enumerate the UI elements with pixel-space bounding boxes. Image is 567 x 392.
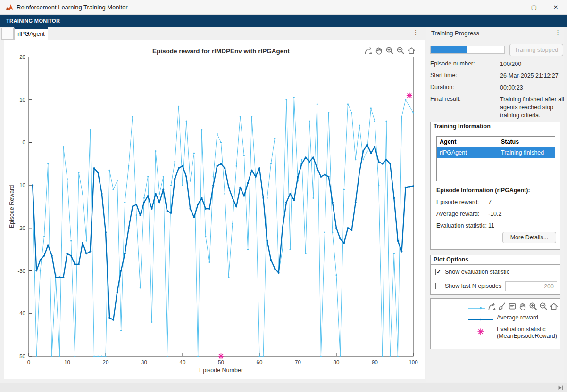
svg-text:10: 10: [19, 97, 25, 103]
svg-text:40: 40: [180, 359, 186, 365]
ribbon-tab-training-monitor[interactable]: TRAINING MONITOR: [6, 15, 60, 27]
agent-status-table: Agent Status rlPGAgent Training finished: [436, 136, 555, 181]
evaluation-statistic-legend-line1: Evaluation statistic: [497, 326, 557, 333]
training-information-group: Training Information Agent Status rlPGAg…: [430, 122, 560, 250]
duration-value: 00:00:23: [500, 84, 564, 92]
episode-information-title: Episode Information (rlPGAgent):: [436, 187, 530, 194]
evaluation-statistic-legend-line2: (MeanEpisodeReward): [497, 333, 557, 339]
episode-reward-label: Episode reward:: [436, 199, 479, 205]
status-column-header: Status: [498, 137, 555, 147]
maximize-button[interactable]: ▢: [523, 0, 545, 15]
export-icon[interactable]: [487, 302, 496, 311]
zoom-in-icon[interactable]: [385, 46, 394, 55]
svg-text:70: 70: [295, 359, 301, 365]
evaluation-statistic-label: Evaluation statistic:: [436, 222, 487, 229]
zoom-out-icon[interactable]: [539, 302, 548, 311]
brush-icon[interactable]: [497, 302, 507, 311]
expand-statusbar-icon[interactable]: [557, 384, 564, 391]
svg-text:-40: -40: [17, 310, 25, 316]
svg-text:30: 30: [141, 359, 147, 365]
close-button[interactable]: ✕: [545, 0, 567, 15]
tab-rlpgagent[interactable]: rlPGAgent: [14, 27, 48, 40]
reward-plot[interactable]: 0102030405060708090100-50-40-30-20-10010…: [4, 40, 425, 379]
toolstrip-ribbon: TRAINING MONITOR: [0, 15, 567, 27]
status-cell: Training finished: [498, 147, 555, 158]
show-evaluation-statistic-option[interactable]: ✓ Show evaluation statistic: [435, 269, 509, 275]
svg-text:-30: -30: [17, 268, 25, 274]
tab-grip-handle[interactable]: ≡: [1, 28, 14, 40]
start-time-value: 26-Mar-2025 21:12:27: [500, 72, 564, 80]
title-bar: Reinforcement Learning Training Monitor …: [0, 0, 567, 15]
evaluation-statistic-value: 11: [488, 222, 494, 229]
export-icon[interactable]: [363, 46, 373, 55]
evaluation-statistic-legend-sample: [477, 328, 484, 337]
training-progress-panel: Training Progress ⋮ Training stopped Epi…: [426, 27, 564, 382]
legend-axes-toolbar: [485, 302, 559, 311]
minimize-button[interactable]: –: [501, 0, 523, 15]
final-result-label: Final result:: [430, 96, 499, 102]
plot-options-title: Plot Options: [431, 255, 560, 265]
svg-text:20: 20: [19, 54, 25, 60]
more-details-button[interactable]: More Details...: [502, 232, 556, 243]
svg-text:0: 0: [27, 359, 30, 365]
final-result-value: Training finished after all agents reach…: [500, 96, 564, 120]
evaluation-statistic-row: Evaluation statistic: 11: [436, 222, 487, 229]
pan-icon[interactable]: [518, 302, 527, 311]
svg-text:100: 100: [409, 359, 417, 365]
evaluation-statistic-checkbox-label: Show evaluation statistic: [445, 269, 509, 275]
average-reward-row: Average reward: -10.2: [436, 211, 480, 217]
episode-number-value: 100/200: [500, 60, 564, 68]
table-row[interactable]: rlPGAgent Training finished: [437, 147, 555, 158]
chart-panel: Episode reward for rlMDPEnv with rlPGAge…: [4, 40, 425, 379]
episode-number-label: Episode number:: [430, 60, 499, 67]
zoom-out-icon[interactable]: [396, 46, 405, 55]
document-tab-strip: ≡ rlPGAgent ⋮: [0, 27, 425, 40]
svg-text:0: 0: [23, 139, 25, 145]
svg-text:-50: -50: [17, 353, 25, 359]
agent-cell: rlPGAgent: [437, 147, 498, 158]
axes-toolbar: [363, 46, 416, 55]
app-window: Reinforcement Learning Training Monitor …: [0, 0, 567, 392]
svg-text:-20: -20: [17, 225, 25, 231]
svg-text:-10: -10: [17, 182, 25, 188]
last-n-episodes-input[interactable]: [505, 281, 557, 291]
plot-options-group: Plot Options ✓ Show evaluation statistic…: [430, 255, 560, 295]
svg-text:50: 50: [218, 359, 224, 365]
evaluation-statistic-checkbox[interactable]: ✓: [435, 269, 442, 275]
legend-entry-average-reward: Average reward: [497, 314, 538, 321]
svg-text:10: 10: [64, 359, 70, 365]
last-n-episodes-checkbox[interactable]: [435, 283, 442, 289]
progress-fill: [431, 46, 467, 53]
window-title: Reinforcement Learning Training Monitor: [17, 4, 128, 11]
panel-header: Training Progress ⋮: [426, 27, 564, 40]
panel-title: Training Progress: [431, 27, 479, 40]
training-stopped-button[interactable]: Training stopped: [509, 44, 563, 56]
status-bar: [0, 383, 567, 392]
matlab-logo-icon: [5, 3, 14, 12]
legend-box: Episode reward Average reward Evaluation…: [430, 298, 560, 349]
svg-text:20: 20: [103, 359, 109, 365]
average-reward-label: Average reward:: [436, 211, 480, 217]
svg-text:90: 90: [372, 359, 378, 365]
show-last-n-episodes-option[interactable]: Show last N episodes: [435, 283, 501, 289]
zoom-in-icon[interactable]: [528, 302, 538, 311]
svg-text:Episode Reward: Episode Reward: [8, 185, 15, 229]
svg-text:Episode Number: Episode Number: [199, 367, 243, 374]
datatip-icon[interactable]: [508, 302, 517, 311]
average-reward-value: -10.2: [488, 211, 502, 217]
svg-text:80: 80: [334, 359, 340, 365]
episode-reward-value: 7: [488, 199, 492, 205]
tab-options-ellipsis-icon[interactable]: ⋮: [412, 29, 419, 36]
table-header-row: Agent Status: [437, 137, 555, 147]
panel-options-ellipsis-icon[interactable]: ⋮: [555, 29, 561, 36]
legend-entry-evaluation-statistic: Evaluation statistic (MeanEpisodeReward): [497, 326, 557, 339]
pan-icon[interactable]: [374, 46, 384, 55]
home-icon[interactable]: [549, 302, 559, 311]
training-information-title: Training Information: [431, 122, 560, 131]
home-icon[interactable]: [407, 46, 416, 55]
average-reward-legend-sample: [467, 316, 494, 324]
agent-column-header: Agent: [437, 137, 498, 147]
last-n-episodes-checkbox-label: Show last N episodes: [445, 283, 501, 289]
episode-reward-row: Episode reward: 7: [436, 199, 479, 205]
svg-text:60: 60: [257, 359, 263, 365]
